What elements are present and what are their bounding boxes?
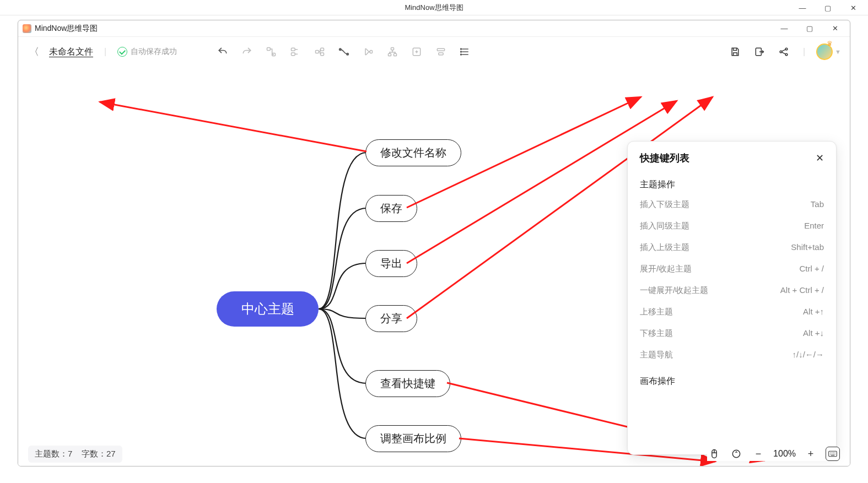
child-node-save[interactable]: 保存: [365, 195, 417, 222]
svg-rect-3: [292, 53, 295, 56]
autosave-label: 自动保存成功: [131, 47, 177, 57]
autosave-status: 自动保存成功: [117, 47, 177, 57]
os-titlebar: MindNow思维导图 — ▢ ✕: [0, 0, 868, 15]
os-title: MindNow思维导图: [405, 3, 463, 13]
redo-button[interactable]: [239, 44, 255, 60]
os-maximize-button[interactable]: ▢: [815, 0, 840, 15]
undo-button[interactable]: [214, 44, 231, 60]
relationship-button[interactable]: [336, 44, 352, 60]
status-right: − 100% +: [707, 447, 840, 461]
summary-button[interactable]: [360, 44, 376, 60]
shortcut-panel: 快捷键列表 ✕ 主题操作 插入下级主题Tab 插入同级主题Enter 插入上级主…: [627, 141, 837, 455]
svg-point-21: [785, 48, 788, 50]
shortcut-row: 插入上级主题Shift+tab: [628, 237, 836, 258]
zoom-out-button[interactable]: −: [751, 447, 765, 461]
svg-point-17: [461, 51, 462, 52]
center-node[interactable]: 中心主题: [217, 291, 319, 327]
os-minimize-button[interactable]: —: [790, 0, 815, 15]
svg-rect-15: [439, 53, 443, 55]
status-bar: 主题数：7 字数：27 − 100% +: [18, 442, 850, 466]
svg-rect-11: [389, 53, 391, 56]
child-node-share[interactable]: 分享: [365, 305, 417, 332]
keyboard-shortcuts-button[interactable]: [826, 447, 840, 461]
zoom-in-button[interactable]: +: [804, 447, 818, 461]
filename-input[interactable]: 未命名文件: [49, 46, 93, 58]
zoom-value: 100%: [773, 449, 796, 459]
child-node-shortcuts[interactable]: 查看快捷键: [365, 370, 450, 397]
shortcut-row: 上移主题Alt +↑: [628, 301, 836, 323]
check-icon: [117, 47, 127, 57]
svg-rect-4: [321, 48, 324, 51]
avatar-menu[interactable]: ♛ ▼: [816, 44, 841, 60]
svg-rect-6: [316, 51, 319, 53]
panel-section-title: 画布操作: [628, 366, 836, 390]
app-maximize-button[interactable]: ▢: [797, 20, 822, 36]
svg-rect-10: [391, 48, 394, 50]
shortcut-row: 展开/收起主题Ctrl + /: [628, 258, 836, 280]
app-logo-icon: [23, 24, 31, 33]
child-node-rename[interactable]: 修改文件名称: [365, 139, 461, 166]
svg-rect-12: [394, 53, 397, 56]
panel-section-title: 主题操作: [628, 169, 836, 194]
shortcut-row: 主题导航↑/↓/←/→: [628, 344, 836, 366]
toolbar: 〈 未命名文件 | 自动保存成功: [18, 37, 850, 67]
separator: |: [803, 47, 805, 57]
save-button[interactable]: [727, 44, 743, 60]
back-button[interactable]: 〈: [27, 45, 41, 58]
shortcut-row: 一键展开/收起主题Alt + Ctrl + /: [628, 280, 836, 301]
svg-point-16: [461, 48, 462, 50]
svg-rect-5: [321, 53, 324, 56]
shortcut-row: 插入同级主题Enter: [628, 215, 836, 237]
panel-title: 快捷键列表: [640, 151, 689, 165]
add-sibling-button[interactable]: [287, 44, 304, 60]
export-button[interactable]: [751, 44, 768, 60]
os-window-controls: — ▢ ✕: [790, 0, 866, 15]
svg-point-22: [785, 53, 788, 56]
app-minimize-button[interactable]: —: [772, 20, 797, 36]
app-window-controls: — ▢ ✕: [772, 20, 848, 37]
svg-point-18: [461, 54, 462, 55]
structure-button[interactable]: [384, 44, 401, 60]
svg-rect-9: [370, 51, 372, 53]
avatar-icon: ♛: [816, 44, 833, 60]
outline-button[interactable]: [457, 44, 473, 60]
align-button[interactable]: [433, 44, 449, 60]
separator: |: [104, 47, 106, 57]
os-close-button[interactable]: ✕: [840, 0, 866, 15]
child-node-export[interactable]: 导出: [365, 250, 417, 277]
share-button[interactable]: [775, 44, 792, 60]
svg-line-24: [100, 102, 366, 151]
status-counts: 主题数：7 字数：27: [28, 446, 122, 463]
add-subtopic-button[interactable]: [263, 44, 279, 60]
add-box-button[interactable]: [408, 44, 425, 60]
canvas[interactable]: 中心主题 修改文件名称 保存 导出 分享 查看快捷键 调整画布比例: [18, 67, 850, 466]
fit-screen-button[interactable]: [729, 447, 743, 461]
panel-close-button[interactable]: ✕: [816, 152, 824, 164]
caret-down-icon: ▼: [835, 48, 841, 55]
app-titlebar: MindNow思维导图 — ▢ ✕: [18, 20, 850, 37]
svg-rect-0: [267, 48, 271, 51]
mouse-mode-button[interactable]: [707, 447, 721, 461]
app-close-button[interactable]: ✕: [822, 20, 848, 36]
svg-rect-14: [437, 48, 444, 51]
add-parent-button[interactable]: [311, 44, 328, 60]
crown-icon: ♛: [827, 40, 833, 47]
app-title: MindNow思维导图: [35, 24, 98, 34]
svg-point-20: [780, 51, 782, 53]
shortcut-row: 下移主题Alt +↓: [628, 323, 836, 344]
app-window: MindNow思维导图 — ▢ ✕ 〈 未命名文件 | 自动保存成功: [18, 20, 850, 466]
svg-rect-32: [829, 451, 837, 456]
svg-rect-2: [292, 48, 295, 51]
shortcut-row: 插入下级主题Tab: [628, 194, 836, 215]
